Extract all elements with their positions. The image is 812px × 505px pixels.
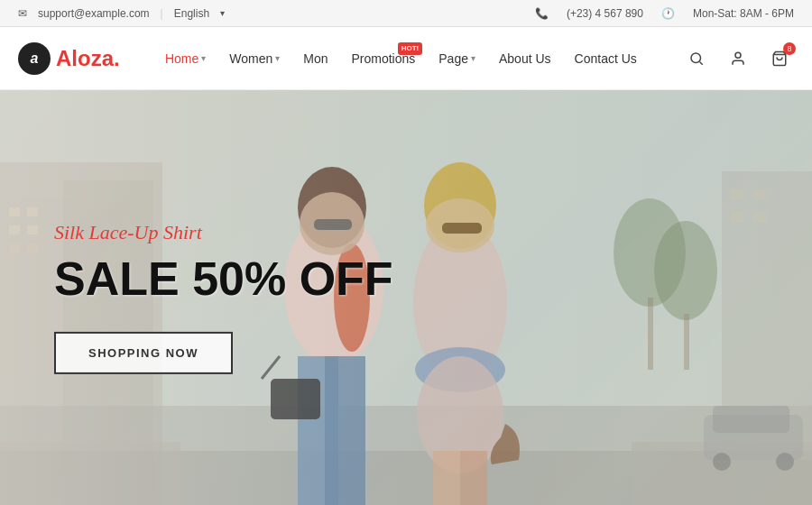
hero-subtitle: Silk Lace-Up Shirt (54, 221, 393, 244)
logo[interactable]: a Aloza. (18, 42, 120, 75)
nav-item-women[interactable]: Women ▾ (220, 46, 289, 71)
divider: | (161, 7, 163, 20)
hero-content: Silk Lace-Up Shirt SALE 50% OFF SHOPPING… (54, 221, 393, 374)
language-selector[interactable]: English (174, 7, 209, 20)
chevron-down-icon: ▾ (471, 53, 475, 63)
phone-number: (+23) 4 567 890 (567, 7, 643, 20)
hot-badge: HOT! (398, 42, 423, 55)
nav-item-about[interactable]: About Us (490, 46, 560, 71)
chevron-down-icon: ▾ (201, 53, 206, 63)
cart-badge: 8 (783, 42, 796, 55)
nav-item-promotions[interactable]: HOT! Promotions (342, 46, 424, 71)
nav-item-mon[interactable]: Mon (294, 46, 337, 71)
svg-point-2 (735, 52, 741, 58)
top-bar: ✉ support@example.com | English ▾ 📞 (+23… (0, 0, 812, 27)
header: a Aloza. Home ▾ Women ▾ Mon HOT! Promoti… (0, 27, 812, 90)
hero-section: Silk Lace-Up Shirt SALE 50% OFF SHOPPING… (0, 90, 812, 505)
chevron-down-icon: ▾ (275, 53, 280, 63)
email-icon: ✉ (18, 7, 27, 20)
email-address: support@example.com (38, 7, 150, 20)
logo-text: Aloza. (56, 46, 120, 71)
search-button[interactable] (682, 44, 711, 73)
svg-line-1 (699, 61, 702, 64)
cart-button[interactable]: 8 (765, 44, 794, 73)
clock-icon: 🕐 (661, 7, 675, 20)
nav-item-page[interactable]: Page ▾ (429, 46, 484, 71)
svg-point-0 (691, 53, 701, 63)
top-bar-right: 📞 (+23) 4 567 890 🕐 Mon-Sat: 8AM - 6PM (535, 7, 794, 20)
logo-icon: a (18, 42, 51, 75)
header-icons: 8 (682, 44, 794, 73)
hours: Mon-Sat: 8AM - 6PM (693, 7, 794, 20)
shop-now-button[interactable]: SHOPPING NOW (54, 332, 233, 374)
nav-item-home[interactable]: Home ▾ (156, 46, 215, 71)
main-nav: Home ▾ Women ▾ Mon HOT! Promotions Page … (156, 46, 646, 71)
language-chevron[interactable]: ▾ (220, 8, 225, 18)
user-button[interactable] (724, 44, 752, 73)
hero-title: SALE 50% OFF (54, 253, 393, 305)
nav-item-contact[interactable]: Contact Us (566, 46, 646, 71)
top-bar-left: ✉ support@example.com | English ▾ (18, 7, 225, 20)
phone-icon: 📞 (535, 7, 549, 20)
